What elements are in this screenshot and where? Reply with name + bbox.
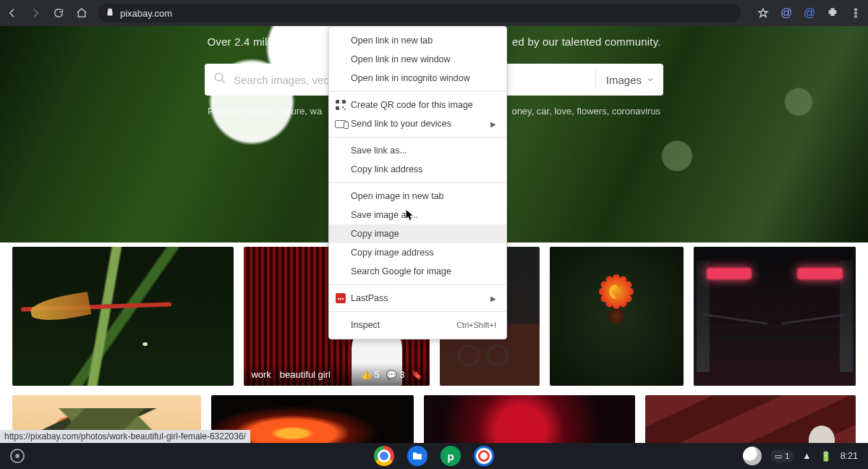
omnibox-url: pixabay.com <box>120 8 172 19</box>
star-icon[interactable] <box>757 7 770 20</box>
lock-icon <box>106 8 114 19</box>
search-type-label: Images <box>606 74 642 86</box>
browser-toolbar: pixabay.com @ @ <box>0 0 868 26</box>
thumb-tag[interactable]: work <box>251 369 271 380</box>
at-icon[interactable]: @ <box>780 7 793 20</box>
chevron-down-icon <box>646 75 655 84</box>
notification-badge[interactable]: ▭ 1 <box>770 450 793 462</box>
thumb-stairs[interactable] <box>694 247 856 386</box>
ctx-open-link-in-incognito-window[interactable]: Open link in incognito window <box>329 69 506 88</box>
submenu-arrow-icon: ▶ <box>490 120 496 128</box>
status-bar-url: https://pixabay.com/photos/work-beautifu… <box>0 430 250 443</box>
chromeos-shelf: p ▭ 1 ▲ 🔋 8:21 <box>0 443 868 469</box>
chrome-app-icon[interactable] <box>374 446 394 466</box>
submenu-arrow-icon: ▶ <box>490 295 496 303</box>
thumb-tag[interactable]: beautiful girl <box>280 369 331 380</box>
thumb-roof-bird[interactable] <box>645 395 856 443</box>
ctx-send-link-to-your-devices[interactable]: Send link to your devices▶ <box>329 114 506 133</box>
launcher-icon[interactable] <box>10 449 25 463</box>
svg-point-1 <box>855 12 857 14</box>
screenshot-app-icon[interactable] <box>474 446 494 466</box>
ctx-create-qr-code-for-this-image[interactable]: Create QR code for this image <box>329 96 506 114</box>
back-icon[interactable] <box>6 7 19 20</box>
thumb-red-flower[interactable] <box>424 395 635 443</box>
system-tray[interactable]: ▭ 1 ▲ 🔋 8:21 <box>743 447 868 465</box>
omnibox[interactable]: pixabay.com <box>98 4 741 22</box>
ctx-save-image-as[interactable]: Save image as... <box>329 206 506 224</box>
devices-icon <box>335 118 346 130</box>
ctx-copy-link-address[interactable]: Copy link address <box>329 160 506 179</box>
ctx-lastpass[interactable]: •••LastPass▶ <box>329 289 506 308</box>
lastpass-icon: ••• <box>335 292 346 304</box>
comment-count: 💬 3 <box>386 370 404 380</box>
app-icon-green[interactable]: p <box>441 446 461 466</box>
menu-icon[interactable] <box>849 7 862 20</box>
tray-time: 8:21 <box>841 451 858 461</box>
tagline-left: Over 2.4 million+ high q <box>207 35 325 48</box>
qr-icon <box>335 99 346 111</box>
context-menu: Open link in new tabOpen link in new win… <box>328 26 507 339</box>
ctx-copy-image-address[interactable]: Copy image address <box>329 243 506 262</box>
ctx-open-link-in-new-window[interactable]: Open link in new window <box>329 50 506 69</box>
ctx-copy-image[interactable]: Copy image <box>329 224 506 243</box>
ctx-open-link-in-new-tab[interactable]: Open link in new tab <box>329 31 506 50</box>
like-count: 👍 5 <box>361 370 379 380</box>
thumb-overlay: work beautiful girl 👍 5 💬 3 🔖 <box>244 363 430 386</box>
wifi-icon: ▲ <box>802 451 811 461</box>
svg-point-3 <box>215 73 223 81</box>
extensions-icon[interactable] <box>826 7 839 20</box>
svg-point-0 <box>855 9 857 11</box>
popular-left: Popular images: nature, wa <box>208 106 322 117</box>
popular-right: oney, car, love, flowers, coronavirus <box>511 106 660 117</box>
ctx-open-image-in-new-tab[interactable]: Open image in new tab <box>329 187 506 206</box>
battery-icon: 🔋 <box>820 451 832 462</box>
ctx-inspect[interactable]: InspectCtrl+Shift+I <box>329 316 506 334</box>
search-type-dropdown[interactable]: Images <box>595 70 655 89</box>
forward-icon[interactable] <box>29 7 42 20</box>
toolbar-right: @ @ <box>757 7 862 20</box>
thumb-flower[interactable] <box>550 247 684 386</box>
at-icon-2[interactable]: @ <box>803 7 816 20</box>
shelf-apps: p <box>374 446 494 466</box>
search-icon <box>213 72 226 88</box>
reload-icon[interactable] <box>52 7 65 20</box>
home-icon[interactable] <box>75 7 88 20</box>
svg-point-2 <box>855 15 857 17</box>
avatar-icon[interactable] <box>743 447 762 465</box>
page-content: Over 2.4 million+ high q ed by our talen… <box>0 26 868 443</box>
ctx-save-link-as[interactable]: Save link as... <box>329 141 506 160</box>
files-app-icon[interactable] <box>407 446 427 466</box>
thumb-dragonfly[interactable] <box>12 247 234 386</box>
tagline-right: ed by our talented community. <box>512 35 661 48</box>
ctx-search-google-for-image[interactable]: Search Google for image <box>329 262 506 281</box>
bookmark-icon[interactable]: 🔖 <box>412 370 422 380</box>
